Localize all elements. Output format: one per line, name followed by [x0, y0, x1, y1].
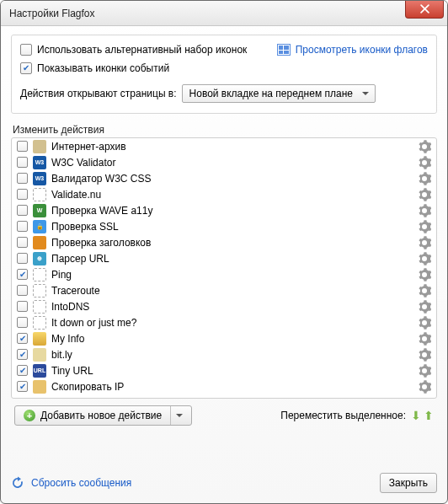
service-icon: URL: [33, 364, 46, 378]
settings-window: Настройки Flagfox Использовать альтернат…: [0, 0, 448, 504]
alt-icons-label: Использовать альтернативный набор иконок: [37, 44, 247, 56]
action-checkbox[interactable]: [17, 285, 28, 296]
open-in-select[interactable]: Новой вкладке на переднем плане: [182, 84, 376, 103]
preview-flags-link[interactable]: Просмотреть иконки флагов: [296, 44, 428, 56]
gear-icon[interactable]: [418, 284, 431, 298]
alt-icons-checkbox[interactable]: [20, 44, 32, 56]
add-action-label: Добавить новое действие: [40, 410, 162, 421]
table-row[interactable]: ⊕Парсер URL: [12, 250, 436, 266]
actions-section: Изменить действия Интернет-архивW3W3C Va…: [11, 122, 437, 454]
action-label: My Info: [51, 333, 413, 345]
table-row[interactable]: My Info: [12, 330, 436, 346]
service-icon: [33, 348, 46, 362]
action-checkbox[interactable]: [17, 365, 28, 376]
table-row[interactable]: 🔒Проверка SSL: [12, 218, 436, 234]
service-icon: [33, 284, 46, 298]
general-group: Использовать альтернативный набор иконок…: [11, 35, 437, 114]
table-row[interactable]: bit.ly: [12, 346, 436, 362]
action-checkbox[interactable]: [17, 317, 28, 328]
service-icon: [33, 380, 46, 394]
action-label: Traceroute: [51, 285, 413, 297]
service-icon: [33, 140, 46, 153]
action-checkbox[interactable]: [17, 237, 28, 248]
gear-icon[interactable]: [418, 188, 431, 201]
content-area: Использовать альтернативный набор иконок…: [1, 26, 447, 464]
open-in-value: Новой вкладке на переднем плане: [189, 88, 353, 99]
action-checkbox[interactable]: [17, 189, 28, 200]
service-icon: W: [33, 204, 46, 217]
actions-title: Изменить действия: [13, 124, 437, 136]
gear-icon[interactable]: [418, 172, 431, 185]
action-checkbox[interactable]: [17, 205, 28, 216]
actions-list[interactable]: Интернет-архивW3W3C ValidatorW3Валидатор…: [12, 138, 436, 398]
gear-icon[interactable]: [418, 268, 431, 281]
table-row[interactable]: W3Валидатор W3C CSS: [12, 170, 436, 186]
action-label: Validate.nu: [51, 189, 413, 201]
action-label: Проверка SSL: [51, 221, 413, 233]
gear-icon[interactable]: [418, 220, 431, 233]
reset-icon: [11, 476, 24, 490]
event-icons-label: Показывать иконки событий: [37, 62, 169, 74]
action-label: Проверка WAVE a11y: [51, 205, 413, 217]
table-row[interactable]: URLTiny URL: [12, 362, 436, 378]
gear-icon[interactable]: [418, 364, 431, 378]
open-in-label: Действия открывают страницы в:: [20, 88, 177, 99]
close-icon: [420, 4, 429, 13]
service-icon: 🔒: [33, 220, 46, 233]
gear-icon[interactable]: [418, 300, 431, 314]
action-label: Интернет-архив: [51, 141, 413, 153]
service-icon: [33, 268, 46, 281]
action-checkbox[interactable]: [17, 221, 28, 232]
action-checkbox[interactable]: [17, 269, 28, 280]
flag-grid-icon: [277, 44, 291, 56]
service-icon: W3: [33, 156, 46, 169]
gear-icon[interactable]: [418, 332, 431, 346]
table-row[interactable]: It down or just me?: [12, 314, 436, 330]
table-row[interactable]: Проверка заголовков: [12, 234, 436, 250]
table-row[interactable]: Скопировать IP: [12, 378, 436, 394]
move-down-button[interactable]: ⬇: [411, 410, 421, 421]
table-row[interactable]: Интернет-архив: [12, 138, 436, 154]
table-row[interactable]: Traceroute: [12, 282, 436, 298]
table-row[interactable]: IntoDNS: [12, 298, 436, 314]
table-row[interactable]: Ping: [12, 266, 436, 282]
table-row[interactable]: W3W3C Validator: [12, 154, 436, 170]
gear-icon[interactable]: [418, 252, 431, 265]
gear-icon[interactable]: [418, 348, 431, 362]
gear-icon[interactable]: [418, 380, 431, 394]
service-icon: [33, 316, 46, 330]
action-checkbox[interactable]: [17, 381, 28, 392]
action-checkbox[interactable]: [17, 349, 28, 360]
action-label: Tiny URL: [51, 365, 413, 377]
gear-icon[interactable]: [418, 316, 431, 330]
close-button[interactable]: Закрыть: [380, 473, 437, 493]
gear-icon[interactable]: [418, 204, 431, 217]
table-row[interactable]: Validate.nu: [12, 186, 436, 202]
add-action-dropdown[interactable]: [170, 406, 183, 425]
action-checkbox[interactable]: [17, 253, 28, 264]
gear-icon[interactable]: [418, 156, 431, 169]
gear-icon[interactable]: [418, 236, 431, 249]
move-up-button[interactable]: ⬆: [424, 410, 434, 421]
reset-messages-link[interactable]: Сбросить сообщения: [31, 477, 131, 489]
action-checkbox[interactable]: [17, 157, 28, 168]
close-button-label: Закрыть: [389, 477, 428, 489]
action-checkbox[interactable]: [17, 333, 28, 344]
actions-toolbar: + Добавить новое действие Переместить вы…: [11, 399, 437, 426]
action-label: Парсер URL: [51, 253, 413, 265]
event-icons-checkbox[interactable]: [20, 62, 32, 74]
action-label: It down or just me?: [51, 317, 413, 329]
move-label: Переместить выделенное:: [280, 410, 406, 421]
action-label: bit.ly: [51, 349, 413, 361]
gear-icon[interactable]: [418, 140, 431, 153]
table-row[interactable]: WПроверка WAVE a11y: [12, 202, 436, 218]
service-icon: [33, 236, 46, 249]
add-action-button[interactable]: + Добавить новое действие: [14, 405, 192, 426]
action-checkbox[interactable]: [17, 301, 28, 312]
service-icon: [33, 188, 46, 201]
action-label: Скопировать IP: [51, 381, 413, 393]
action-checkbox[interactable]: [17, 141, 28, 152]
window-close-button[interactable]: [405, 0, 444, 19]
action-checkbox[interactable]: [17, 173, 28, 184]
action-label: IntoDNS: [51, 301, 413, 313]
